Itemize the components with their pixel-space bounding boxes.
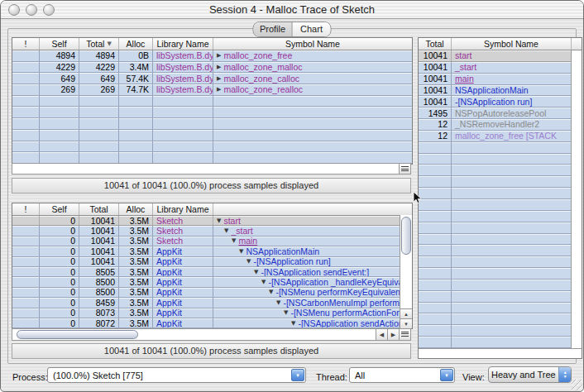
table-row-empty[interactable] xyxy=(419,188,571,199)
thread-dropdown[interactable]: All ▼ xyxy=(349,367,455,383)
table-row-empty[interactable] xyxy=(419,337,571,348)
column-header--[interactable]: ! xyxy=(12,38,40,50)
table-row[interactable]: 0100413.5MSketch▼_start xyxy=(12,226,412,236)
column-header-library-name[interactable]: Library Name xyxy=(153,38,213,50)
dropdown-arrow-icon[interactable]: ▼ xyxy=(440,369,453,381)
table-row[interactable]: 489448940BlibSystem.B.dylib▶malloc_zone_… xyxy=(12,50,412,62)
table-row-empty[interactable] xyxy=(419,199,571,211)
table-row[interactable]: 085003.5MAppKit▼-[NSApplication _handleK… xyxy=(12,277,412,287)
table-row[interactable]: 080733.5MAppKit▼-[NSMenu performActionFo… xyxy=(12,308,412,318)
column-header-total[interactable]: Total▼ xyxy=(79,38,119,50)
title-bar[interactable]: Session 4 - Malloc Trace of Sketch xyxy=(1,1,583,19)
disclosure-expanded-icon[interactable]: ▼ xyxy=(232,237,236,244)
table-row-empty[interactable] xyxy=(419,176,571,188)
top-table-hscrollbar[interactable] xyxy=(12,163,411,174)
disclosure-expanded-icon[interactable]: ▼ xyxy=(269,289,273,295)
table-row[interactable]: 10041start xyxy=(419,50,571,62)
column-header-alloc[interactable]: Alloc xyxy=(119,203,153,215)
list-view-icon[interactable] xyxy=(399,164,410,174)
column-header-total[interactable]: Total xyxy=(79,203,119,215)
resize-grip[interactable] xyxy=(572,380,582,390)
table-row[interactable]: 0100413.5MSketch▼main xyxy=(12,237,412,246)
table-row[interactable]: 10041NSApplicationMain xyxy=(419,85,571,97)
column-header-library-name[interactable]: Library Name xyxy=(153,203,213,215)
tab-chart[interactable]: Chart xyxy=(292,22,331,36)
table-row-empty[interactable] xyxy=(419,211,571,222)
scrollbar-track[interactable] xyxy=(12,164,399,174)
scroll-right-arrow[interactable]: ▶ xyxy=(387,329,399,340)
scroll-left-arrow[interactable]: ◀ xyxy=(376,329,387,340)
disclosure-collapsed-icon[interactable]: ▶ xyxy=(217,64,221,70)
table-row[interactable]: 26926974.7KlibSystem.B.dylib▶malloc_zone… xyxy=(12,84,412,96)
table-row-empty[interactable] xyxy=(419,268,571,280)
table-row-empty[interactable] xyxy=(419,154,571,165)
table-row[interactable]: 64964957.4KlibSystem.B.dylib▶malloc_zone… xyxy=(12,73,412,84)
bottom-table-hscrollbar[interactable]: ◀ ▶ xyxy=(12,328,411,341)
table-row[interactable]: 10041_start xyxy=(419,62,571,74)
scrollbar-thumb[interactable] xyxy=(401,217,411,255)
disclosure-collapsed-icon[interactable]: ▶ xyxy=(217,86,221,93)
process-dropdown[interactable]: (100.0%) Sketch [775] ▼ xyxy=(47,367,306,383)
table-row[interactable]: 085053.5MAppKit▼-[NSApplication sendEven… xyxy=(12,267,412,277)
scroll-down-arrow[interactable]: ▼ xyxy=(400,318,412,328)
table-row-empty[interactable] xyxy=(419,234,571,246)
scrollbar-track[interactable] xyxy=(400,215,412,308)
scrollbar-track[interactable] xyxy=(12,329,376,340)
table-row-empty[interactable] xyxy=(419,165,571,176)
dropdown-arrow-icon[interactable]: ▼ xyxy=(291,369,304,381)
scroll-up-arrow[interactable]: ▲ xyxy=(400,308,412,318)
table-row-empty[interactable] xyxy=(12,96,412,108)
table-row[interactable]: 12malloc_zone_free [STACK xyxy=(419,131,571,142)
table-row-empty[interactable] xyxy=(12,130,412,141)
table-row[interactable]: 0100413.5MAppKit▼-[NSApplication run] xyxy=(12,257,412,267)
tab-profile[interactable]: Profile xyxy=(254,22,292,36)
table-row[interactable]: 0100413.5MAppKit▼NSApplicationMain xyxy=(12,246,412,256)
column-header--[interactable]: ! xyxy=(12,203,40,215)
table-row[interactable]: 084593.5MAppKit▼-[NSCarbonMenuImpl perfo… xyxy=(12,298,412,308)
table-row-empty[interactable] xyxy=(419,222,571,234)
table-row-empty[interactable] xyxy=(12,118,412,130)
list-view-icon[interactable] xyxy=(399,329,410,340)
table-row-empty[interactable] xyxy=(419,325,571,337)
column-header-blank[interactable] xyxy=(213,203,412,215)
column-header-alloc[interactable]: Alloc xyxy=(119,38,153,50)
table-row-empty[interactable] xyxy=(419,303,571,314)
disclosure-expanded-icon[interactable]: ▼ xyxy=(261,279,266,285)
table-row[interactable]: 1495NSPopAutoreleasePool xyxy=(419,108,571,119)
disclosure-expanded-icon[interactable]: ▼ xyxy=(276,299,280,306)
table-row[interactable]: 10041main xyxy=(419,74,571,85)
table-row[interactable]: 12_NSRemoveHandler2 xyxy=(419,119,571,131)
right-panel-hscrollbar[interactable] xyxy=(419,348,582,358)
table-row-empty[interactable] xyxy=(419,291,571,303)
table-row[interactable]: 085003.5MAppKit▼-[NSMenu performKeyEquiv… xyxy=(12,288,412,298)
disclosure-expanded-icon[interactable]: ▼ xyxy=(247,258,251,265)
right-panel-vscrollbar[interactable] xyxy=(571,50,582,348)
table-row[interactable]: 10041-[NSApplication run] xyxy=(419,96,571,108)
column-header-self[interactable]: Self xyxy=(40,38,79,50)
column-header-symbol-name[interactable]: Symbol Name xyxy=(452,38,571,50)
disclosure-expanded-icon[interactable]: ▼ xyxy=(284,309,288,316)
disclosure-expanded-icon[interactable]: ▼ xyxy=(291,320,295,327)
disclosure-collapsed-icon[interactable]: ▶ xyxy=(217,75,221,82)
table-row[interactable]: 422942293.4MlibSystem.B.dylib▶malloc_zon… xyxy=(12,62,412,74)
disclosure-expanded-icon[interactable]: ▼ xyxy=(239,248,243,255)
table-row-empty[interactable] xyxy=(419,280,571,291)
column-header-total[interactable]: Total xyxy=(419,38,452,50)
table-row-empty[interactable] xyxy=(419,142,571,154)
table-row-empty[interactable] xyxy=(419,256,571,268)
column-header-self[interactable]: Self xyxy=(40,203,79,215)
table-row-empty[interactable] xyxy=(12,107,412,118)
scrollbar-thumb[interactable] xyxy=(17,330,138,339)
bottom-table-vscrollbar[interactable]: ▲ ▼ xyxy=(400,215,412,328)
view-popup-button[interactable]: Heavy and Tree ▲▼ xyxy=(488,366,572,383)
table-row-empty[interactable] xyxy=(12,141,412,153)
column-header-symbol-name[interactable]: Symbol Name xyxy=(213,38,412,50)
disclosure-expanded-icon[interactable]: ▼ xyxy=(224,227,228,234)
table-row-empty[interactable] xyxy=(12,152,412,164)
disclosure-expanded-icon[interactable]: ▼ xyxy=(254,269,258,275)
disclosure-expanded-icon[interactable]: ▼ xyxy=(217,218,221,224)
table-row[interactable]: 080723.5MAppKit▼-[NSApplication sendActi… xyxy=(12,318,412,328)
table-row[interactable]: 0100413.5MSketch▼start xyxy=(12,216,412,226)
disclosure-collapsed-icon[interactable]: ▶ xyxy=(217,52,221,59)
table-row-empty[interactable] xyxy=(419,245,571,256)
